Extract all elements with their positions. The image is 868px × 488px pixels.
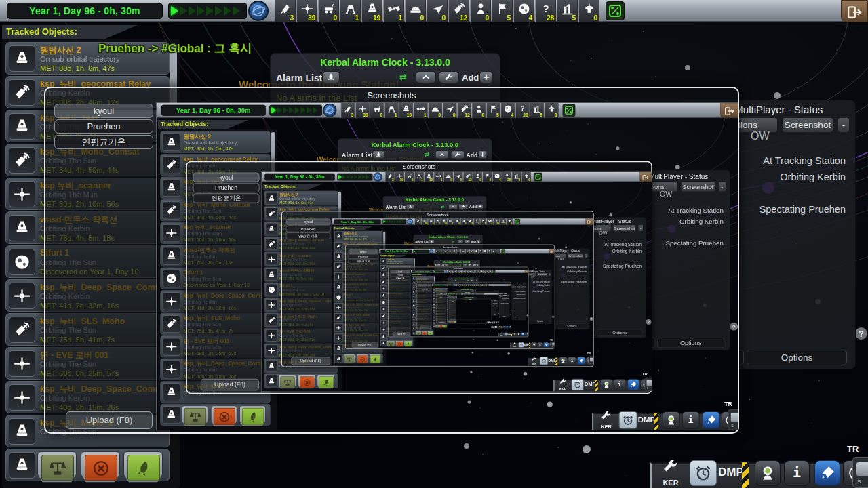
kerbal-eva-button[interactable]: [532, 342, 537, 348]
add-alarm-button[interactable]: +: [478, 150, 487, 159]
filter-lander-button[interactable]: 1: [340, 0, 361, 22]
minimize-button[interactable]: -: [508, 295, 509, 296]
collapse-button[interactable]: [448, 204, 457, 209]
warp-arrow[interactable]: [271, 107, 276, 113]
warp-arrow[interactable]: [366, 175, 370, 179]
warp-arrow[interactable]: [397, 220, 399, 223]
universal-time-display[interactable]: Year 1, Day 96 - 0h, 30m: [334, 219, 381, 224]
recover-vessel-button[interactable]: [279, 375, 296, 389]
screenshot-button[interactable]: Screenshot: [537, 273, 547, 277]
filter-flag-button[interactable]: 5: [492, 0, 513, 22]
alarm-clock-toolbar-button[interactable]: [690, 460, 717, 486]
tracked-object-item[interactable]: 뭔탐사선 2On sub-orbital trajectoryMET: 80d,…: [334, 231, 383, 241]
alarm-clock-toolbar-button[interactable]: [519, 342, 524, 348]
filter-kerbal-button[interactable]: 0: [474, 249, 478, 254]
recover-vessel-button[interactable]: [435, 325, 439, 328]
filter-science-button[interactable]: 0: [507, 218, 513, 225]
screenshot-button[interactable]: Screenshot: [568, 253, 583, 258]
options-button[interactable]: Options: [512, 317, 526, 319]
options-button[interactable]: Options: [597, 329, 642, 336]
dmp-toolbar-button[interactable]: DMP: [585, 382, 596, 388]
filter-plane-button[interactable]: 0: [460, 218, 467, 225]
exit-building-button[interactable]: [509, 284, 511, 286]
warp-arrow[interactable]: [283, 107, 288, 113]
filter-science-button[interactable]: 0: [578, 0, 599, 22]
screenshot-button[interactable]: Screenshot: [517, 286, 524, 288]
filter-lander-button[interactable]: 1: [448, 249, 452, 254]
terminate-vessel-button[interactable]: [356, 354, 368, 364]
warp-arrow[interactable]: [389, 220, 391, 223]
filter-science-button[interactable]: 0: [496, 249, 500, 254]
warp-arrow[interactable]: [351, 175, 354, 179]
kspedia-button[interactable]: [627, 379, 639, 390]
recover-vessel-button[interactable]: [343, 354, 355, 364]
info-button[interactable]: i: [614, 379, 625, 390]
filter-capsule-button[interactable]: 19: [424, 172, 433, 182]
minimize-button[interactable]: -: [585, 253, 588, 258]
filter-plane-button[interactable]: 0: [427, 0, 448, 22]
screenshot-player-button[interactable]: kyoul: [286, 219, 331, 225]
filter-science-button[interactable]: 0: [521, 172, 531, 182]
universal-time-display[interactable]: Year 1, Day 96 - 0h, 30m: [412, 270, 433, 272]
filter-probe-button[interactable]: 39: [421, 218, 427, 225]
ker-button[interactable]: KER: [500, 332, 504, 336]
filter-science-button[interactable]: 0: [545, 103, 559, 118]
filter-capsule-button[interactable]: 19: [452, 249, 456, 254]
time-warp-control[interactable]: [269, 105, 322, 116]
alarm-rocket-button[interactable]: [444, 264, 448, 266]
filter-rover-button[interactable]: 0: [428, 218, 434, 225]
filter-plane-button[interactable]: 0: [453, 172, 462, 182]
map-overlay-button[interactable]: [483, 293, 484, 295]
warp-arrow[interactable]: [224, 6, 231, 16]
warp-arrow[interactable]: [358, 175, 361, 179]
kspedia-button[interactable]: [544, 342, 549, 348]
alarm-clock-app-icon[interactable]: [444, 270, 447, 273]
options-button[interactable]: Options: [557, 324, 587, 329]
filter-debris-button[interactable]: 3: [340, 103, 355, 118]
universal-time-display[interactable]: Year 1, Day 96 - 0h, 30m: [433, 285, 447, 286]
ker-button[interactable]: KER: [511, 342, 517, 347]
screenshot-player-button[interactable]: 연평균기온: [450, 302, 456, 302]
map-overlay-button[interactable]: [563, 104, 576, 117]
exit-building-button[interactable]: [585, 218, 593, 225]
filter-kerbal-button[interactable]: 0: [473, 218, 479, 225]
map-overlay-button[interactable]: [493, 270, 496, 273]
settings-button[interactable]: [468, 264, 472, 266]
warp-arrow[interactable]: [434, 271, 435, 272]
minimize-button[interactable]: -: [837, 117, 850, 133]
dmp-toolbar-button[interactable]: DMP: [718, 466, 744, 479]
warp-arrow[interactable]: [300, 107, 305, 113]
fly-vessel-button[interactable]: [454, 321, 456, 323]
exit-building-button[interactable]: [525, 270, 528, 273]
filter-probe-button[interactable]: 39: [296, 0, 317, 22]
info-button[interactable]: i: [503, 326, 505, 328]
warp-arrow[interactable]: [362, 175, 366, 179]
filter-science-button[interactable]: 0: [489, 270, 492, 273]
info-button[interactable]: i: [538, 342, 543, 348]
tracked-object-item[interactable]: 뭔탐사선 2On sub-orbital trajectoryMET: 80d,…: [412, 276, 434, 280]
fly-vessel-button[interactable]: [443, 325, 447, 328]
alarm-clock-app-icon[interactable]: [248, 1, 269, 21]
warp-arrow[interactable]: [347, 175, 350, 179]
map-overlay-button[interactable]: [515, 219, 520, 224]
screenshot-player-button[interactable]: 연평균기온: [390, 277, 410, 279]
time-warp-control[interactable]: [413, 250, 429, 253]
info-button[interactable]: i: [682, 411, 699, 428]
warp-arrow[interactable]: [453, 285, 454, 285]
filter-capsule-button[interactable]: 19: [361, 0, 382, 22]
universal-time-display[interactable]: Year 1, Day 96 - 0h, 30m: [264, 174, 334, 181]
filter-asteroid-button[interactable]: 4: [513, 0, 534, 22]
filter-base-button[interactable]: 0: [428, 103, 442, 118]
minimize-button[interactable]: -: [497, 301, 498, 302]
ker-button[interactable]: KER: [655, 458, 686, 487]
terminate-vessel-button[interactable]: [211, 405, 237, 426]
universal-time-display[interactable]: Year 1, Day 96 - 0h, 30m: [380, 250, 412, 253]
filter-unknown-button[interactable]: ?28: [487, 249, 491, 254]
filter-debris-button[interactable]: 3: [275, 0, 296, 22]
screenshot-button[interactable]: Screenshot: [681, 182, 715, 192]
fly-vessel-button[interactable]: [427, 331, 433, 336]
collapse-button[interactable]: [416, 71, 436, 83]
add-alarm-button[interactable]: +: [479, 71, 493, 83]
filter-base-button[interactable]: 0: [454, 218, 460, 225]
warp-arrow[interactable]: [426, 251, 427, 253]
